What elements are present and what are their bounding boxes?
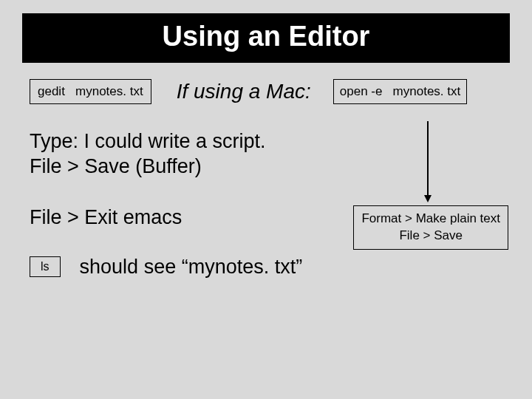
ls-result-text: should see “mynotes. txt” bbox=[80, 256, 303, 279]
arrow-down-icon bbox=[427, 121, 429, 200]
ls-command-box: ls bbox=[30, 256, 61, 277]
slide-title: Using an Editor bbox=[22, 13, 510, 63]
ls-row: ls should see “mynotes. txt” bbox=[0, 256, 532, 279]
format-line-1: Format > Make plain text bbox=[361, 211, 500, 228]
save-instruction: File > Save (Buffer) bbox=[30, 154, 502, 180]
format-line-2: File > Save bbox=[361, 228, 500, 245]
type-instruction: Type: I could write a script. bbox=[30, 129, 502, 154]
mac-condition-label: If using a Mac: bbox=[177, 80, 311, 103]
mac-command-box: open -e mynotes. txt bbox=[333, 79, 467, 104]
instructions-block: Type: I could write a script. File > Sav… bbox=[0, 129, 532, 180]
command-row: gedit mynotes. txt If using a Mac: open … bbox=[0, 79, 532, 104]
mac-format-box: Format > Make plain text File > Save bbox=[353, 205, 508, 250]
linux-command-box: gedit mynotes. txt bbox=[30, 79, 151, 104]
